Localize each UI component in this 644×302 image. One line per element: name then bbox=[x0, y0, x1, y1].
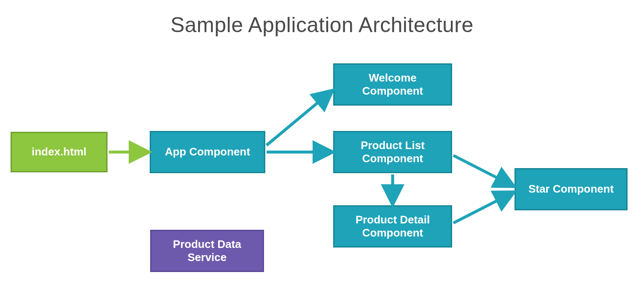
node-label: Star Component bbox=[528, 182, 614, 196]
node-label: Product Data Service bbox=[155, 238, 259, 264]
node-label: Product List Component bbox=[338, 139, 447, 165]
arrow-product-detail-to-star bbox=[453, 193, 513, 223]
node-star-component: Star Component bbox=[515, 168, 628, 210]
arrow-app-to-welcome bbox=[267, 91, 331, 145]
node-product-detail-component: Product Detail Component bbox=[333, 205, 452, 248]
node-label: index.html bbox=[32, 145, 86, 158]
arrow-product-list-to-star bbox=[453, 155, 513, 186]
diagram-title: Sample Application Architecture bbox=[0, 13, 644, 37]
node-label: Product Detail Component bbox=[338, 213, 447, 239]
node-product-data-service: Product Data Service bbox=[150, 230, 264, 272]
node-product-list-component: Product List Component bbox=[333, 131, 452, 173]
node-label: Welcome Component bbox=[338, 71, 447, 98]
node-welcome-component: Welcome Component bbox=[333, 63, 452, 106]
node-app-component: App Component bbox=[150, 131, 265, 173]
node-label: App Component bbox=[165, 145, 250, 158]
node-index-html: index.html bbox=[11, 132, 108, 172]
